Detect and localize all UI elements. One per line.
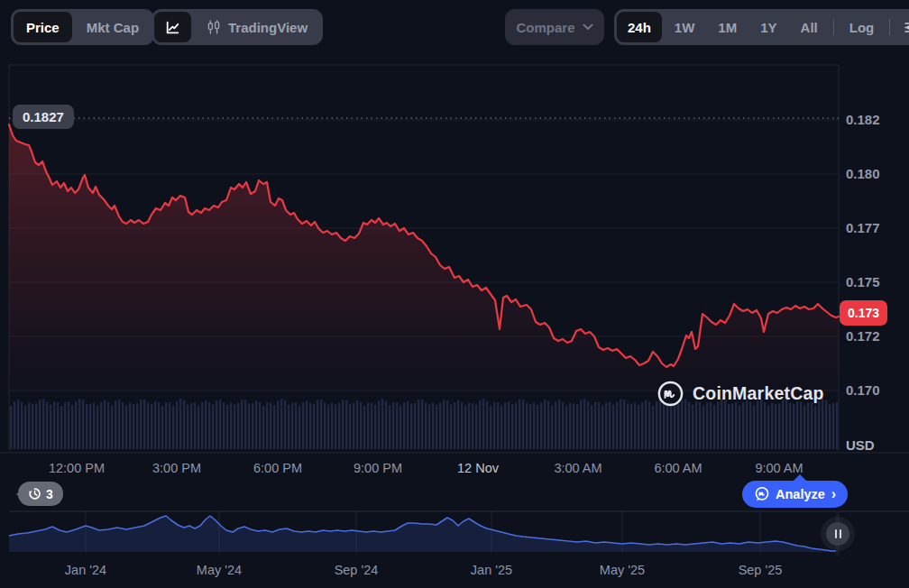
compare-button[interactable]: Compare (505, 9, 604, 45)
line-chart-icon (164, 19, 181, 36)
current-price-badge: 0.173 (840, 300, 887, 326)
y-axis-tick-label: 0.182 (846, 112, 904, 127)
range-1m[interactable]: 1M (707, 12, 748, 42)
analyze-button[interactable]: Analyze › (742, 481, 848, 508)
range-all[interactable]: All (790, 12, 829, 42)
y-axis-tick-label: 0.170 (846, 382, 904, 398)
compare-label: Compare (516, 20, 574, 35)
candlestick-icon (206, 19, 222, 35)
chart-settings-button[interactable] (895, 12, 909, 42)
open-price-label: 0.1827 (13, 105, 74, 129)
coinmarketcap-logo-icon (656, 380, 684, 408)
price-area-fill (9, 124, 839, 397)
axis-unit-label: USD (846, 437, 875, 453)
x-axis-tick-label: 9:00 PM (337, 461, 418, 475)
sliders-icon (903, 19, 909, 36)
brush-tick-label: Jan '24 (45, 563, 126, 577)
x-axis-tick-label: 6:00 AM (638, 461, 719, 475)
brush-tick-label: Jan '25 (451, 563, 532, 577)
range-1w[interactable]: 1W (664, 12, 706, 42)
toolbar-divider (889, 19, 890, 35)
mktcap-tab[interactable]: Mkt Cap (74, 12, 152, 42)
tradingview-label: TradingView (228, 20, 308, 35)
x-axis-tick-label: 3:00 AM (537, 461, 619, 475)
range-24h[interactable]: 24h (617, 12, 662, 42)
toolbar-divider (833, 19, 834, 35)
chevron-right-icon: › (831, 486, 836, 502)
y-axis-tick-label: 0.175 (846, 274, 904, 289)
log-scale-toggle[interactable]: Log (839, 12, 886, 42)
y-axis-tick-label: 0.177 (846, 220, 904, 235)
x-axis-tick-label: 12:00 PM (36, 461, 117, 475)
history-area-fill (9, 516, 838, 552)
range-1y[interactable]: 1Y (749, 12, 787, 42)
drawing-history-button[interactable]: 3 (18, 482, 63, 506)
analyze-label: Analyze (776, 487, 825, 501)
y-axis-tick-label: 0.180 (846, 166, 904, 181)
brush-tick-label: Sep '24 (316, 563, 397, 577)
x-axis-tick-label: 9:00 AM (739, 461, 820, 475)
chart-toolbar: Price Mkt Cap TradingView Com (0, 0, 909, 54)
chart-type-toggle: TradingView (152, 9, 323, 45)
metric-toggle: Price Mkt Cap (11, 9, 154, 45)
coinmarketcap-chart-page: Price Mkt Cap TradingView Com (0, 0, 909, 588)
range-selector: 24h 1W 1M 1Y All Log (614, 9, 909, 45)
price-tab[interactable]: Price (14, 12, 72, 42)
brush-tick-label: May '25 (582, 563, 663, 577)
x-axis-tick-label: 3:00 PM (136, 461, 217, 475)
history-icon (28, 487, 41, 501)
y-axis-tick-label: 0.172 (846, 328, 904, 344)
watermark-text: CoinMarketCap (693, 383, 824, 404)
brush-tick-label: May '24 (179, 563, 260, 577)
coinmarketcap-watermark: CoinMarketCap (656, 380, 824, 408)
brush-handle[interactable] (826, 522, 849, 546)
x-axis-tick-label: 6:00 PM (237, 461, 318, 475)
line-chart-type-button[interactable] (154, 12, 191, 42)
history-count: 3 (46, 487, 53, 501)
tradingview-button[interactable]: TradingView (193, 12, 320, 42)
brush-tick-label: Sep '25 (720, 563, 801, 577)
chevron-down-icon (583, 23, 593, 31)
x-axis-tick-label: 12 Nov (437, 461, 519, 475)
cmc-ai-bubble-icon (754, 486, 770, 502)
